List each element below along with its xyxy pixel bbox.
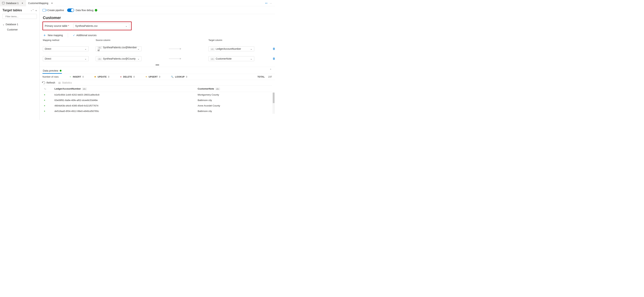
stat-lookup: 🔍LOOKUP0 — [171, 76, 187, 78]
pipeline-icon — [42, 9, 46, 12]
collapse-sidebar-icon[interactable]: « — [36, 9, 37, 12]
row-op-icon: + — [44, 110, 45, 112]
new-mapping-label: New mapping — [48, 34, 63, 37]
column-header-customernote[interactable]: CustomerNoteabc — [196, 86, 272, 92]
preview-stats-bar: Number of rows ＋INSERT0 ✱UPDATE0 ✕DELETE… — [40, 74, 275, 80]
data-preview-tab-label: Data preview — [43, 69, 58, 72]
type-badge: abc — [216, 88, 220, 90]
plus-icon: ＋ — [43, 33, 46, 38]
chevron-down-icon: ⌄ — [250, 48, 252, 50]
stat-upsert: ✦UPSERT0 — [145, 76, 160, 78]
arrow-right-icon — [169, 58, 181, 59]
mapping-method-select[interactable]: Direct⌄ — [43, 56, 89, 61]
data-preview-panel: Data preview ⌃ Number of rows ＋INSERT0 ✱… — [40, 67, 275, 114]
upsert-icon: ✦ — [145, 76, 147, 78]
tab-customer-mapping[interactable]: CustomerMapping — [26, 0, 56, 6]
mapping-arrow — [148, 49, 202, 49]
scrollbar-thumb[interactable] — [273, 92, 274, 103]
create-pipeline-button[interactable]: Create pipeline — [42, 9, 64, 12]
target-column-select[interactable]: abcLedgerAccountNumber ⌄ — [208, 46, 254, 51]
chevron-down-icon: ⌄ — [125, 24, 128, 27]
table-row[interactable]: + de518aa5-6f34-4912-99e0-e640cd50765c B… — [42, 108, 272, 114]
tab-label: CustomerMapping — [28, 2, 48, 4]
divider — [68, 33, 68, 38]
mapping-header-target: Target column — [208, 39, 254, 42]
table-row[interactable]: + 63e08f91-8a9e-40fe-af02-dcee8c53d48e B… — [42, 98, 272, 103]
vertical-scrollbar[interactable] — [272, 92, 275, 114]
refresh-icon — [42, 81, 46, 84]
chevron-down-icon: ⌄ — [2, 23, 4, 26]
data-preview-tab[interactable]: Data preview — [42, 68, 62, 74]
primary-source-select[interactable]: SyntheaPatients.csv ⌄ — [73, 24, 129, 28]
status-dot-icon — [60, 70, 62, 72]
stat-insert: ＋INSERT0 — [69, 75, 84, 78]
preview-grid: ↑↓ LedgerAccountNumberabc CustomerNoteab… — [42, 86, 272, 114]
sort-column-header[interactable]: ↑↓ — [42, 86, 53, 92]
chevron-updown-icon[interactable]: ⌄⌃ — [30, 9, 34, 12]
target-tables-tree: ⌄ Database 1 Customer — [2, 20, 37, 32]
source-column-select[interactable]: abcSyntheaPatients.csv@County ⌄ — [96, 56, 142, 61]
grip-icon — [156, 65, 159, 65]
cell: 4904d43b-d4c6-4395-85e9-fc021f577674 — [53, 103, 196, 108]
cell: de518aa5-6f34-4912-99e0-e640cd50765c — [53, 108, 196, 114]
statistics-button: ▤ Statistics — [58, 81, 72, 84]
stat-total: TOTAL 237 — [258, 76, 272, 78]
delete-mapping-button[interactable]: 🗑 — [261, 47, 275, 50]
mapping-header-source: Source column — [96, 39, 142, 42]
tree-node-label: Database 1 — [6, 23, 18, 26]
filter-input[interactable] — [5, 15, 36, 18]
arrow-right-icon — [169, 49, 181, 49]
dirty-indicator-icon — [22, 3, 23, 4]
tree-node-customer[interactable]: Customer — [2, 27, 37, 32]
cell: b1e5c90d-1cb9-4202-bb03-26631a9bc6c8 — [53, 92, 196, 98]
debug-label: Data flow debug — [76, 9, 94, 12]
source-column-select[interactable]: abcSyntheaPatients.csv@Member id ⌄ — [96, 46, 142, 51]
database-icon — [2, 2, 4, 4]
cell: 63e08f91-8a9e-40fe-af02-dcee8c53d48e — [53, 98, 196, 103]
refresh-label: Refresh — [46, 81, 55, 84]
dirty-indicator-icon — [52, 3, 52, 4]
preview-toolbar: Refresh ▤ Statistics — [40, 80, 275, 86]
insert-icon: ＋ — [69, 75, 72, 78]
sort-icon: ↑↓ — [44, 88, 46, 90]
chevron-down-icon: ⌄ — [84, 57, 87, 60]
row-op-icon: + — [44, 99, 45, 102]
refresh-button[interactable]: Refresh — [42, 81, 55, 84]
number-of-rows-label: Number of rows — [42, 76, 59, 78]
column-header-ledger[interactable]: LedgerAccountNumberabc — [53, 86, 196, 92]
cell: Montgomery County — [196, 92, 272, 98]
filter-input-wrapper[interactable] — [2, 14, 37, 19]
delete-mapping-button[interactable]: 🗑 — [261, 57, 275, 60]
mapping-method-select[interactable]: Direct⌄ — [43, 46, 89, 51]
panel-resize-handle[interactable] — [42, 64, 272, 66]
new-mapping-button[interactable]: ＋ New mapping — [43, 33, 63, 38]
more-icon[interactable]: ·· — [270, 2, 272, 4]
type-badge: abc — [98, 58, 102, 60]
lookup-icon: 🔍 — [171, 76, 174, 78]
tree-node-database-1[interactable]: ⌄ Database 1 — [2, 22, 37, 27]
tab-database-1[interactable]: Database 1 — [0, 0, 26, 6]
row-op-icon: + — [44, 104, 45, 107]
mapping-arrow — [148, 58, 202, 59]
mapping-grid: Mapping method Source column . Target co… — [42, 39, 272, 61]
expand-icon[interactable]: ⤢ — [264, 1, 268, 5]
row-op-icon: + — [44, 94, 45, 96]
tab-strip: Database 1 CustomerMapping ⤢ ·· — [0, 0, 275, 6]
additional-sources-label: Additional sources — [76, 34, 96, 37]
table-row[interactable]: + b1e5c90d-1cb9-4202-bb03-26631a9bc6c8 M… — [42, 92, 272, 98]
target-column-select[interactable]: abcCustomerNote ⌄ — [208, 56, 254, 61]
sidebar: Target tables ⌄⌃ « ⌄ Database 1 Customer — [0, 6, 40, 120]
table-row[interactable]: + 4904d43b-d4c6-4395-85e9-fc021f577674 A… — [42, 103, 272, 108]
additional-sources-button[interactable]: ✓ Additional sources — [73, 34, 96, 37]
check-icon: ✓ — [73, 34, 75, 37]
trash-icon: 🗑 — [272, 57, 275, 60]
toggle-on-icon — [67, 8, 74, 12]
collapse-preview-button[interactable]: ⌃ — [270, 68, 272, 71]
delete-icon: ✕ — [120, 76, 122, 78]
data-flow-debug-toggle[interactable]: Data flow debug ✓ — [67, 8, 97, 12]
entity-title: Customer — [42, 16, 272, 20]
update-icon: ✱ — [94, 76, 96, 78]
trash-icon: 🗑 — [272, 47, 275, 50]
mapping-header-method: Mapping method — [43, 39, 89, 42]
primary-source-label: Primary source table* — [45, 24, 69, 27]
